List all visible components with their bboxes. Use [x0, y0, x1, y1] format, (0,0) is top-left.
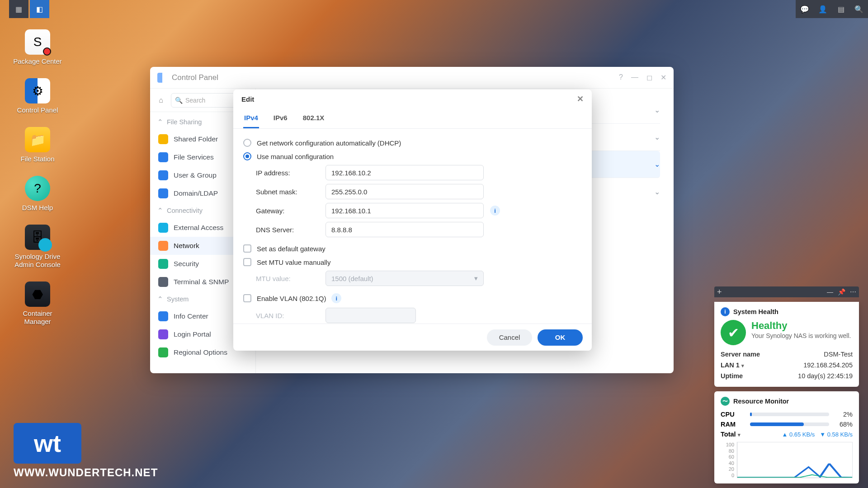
window-title: Control Panel [172, 73, 218, 82]
health-subtext: Your Synology NAS is working well. [751, 332, 851, 340]
radio-manual[interactable] [243, 152, 251, 160]
window-minimize-icon[interactable]: — [631, 73, 638, 82]
widget-pin-icon[interactable]: 📌 [838, 288, 845, 296]
taskbar-apps-button[interactable]: ▦ [9, 0, 28, 18]
edit-modal: Edit ✕ IPv4IPv6802.1X Get network config… [233, 89, 592, 351]
chevron-down-icon[interactable]: ⌄ [654, 106, 660, 114]
ram-bar [750, 422, 829, 426]
ip-input[interactable] [326, 165, 484, 180]
control-panel-icon: ⚙ [25, 78, 50, 103]
checkbox-mtu-manual[interactable] [243, 258, 251, 266]
file-services-icon [158, 152, 168, 162]
window-close-icon[interactable]: ✕ [660, 73, 666, 82]
sidebar-item-label: Terminal & SNMP [174, 278, 229, 286]
search-icon: 🔍 [175, 97, 183, 104]
cpu-value: 2% [834, 411, 853, 418]
info-icon[interactable]: i [490, 206, 500, 216]
tab-ipv6[interactable]: IPv6 [273, 108, 288, 128]
window-maximize-icon[interactable]: ◻ [646, 73, 652, 82]
shared-folder-icon [158, 134, 168, 144]
monitor-icon: 〜 [721, 397, 730, 406]
dsm-help-icon: ? [25, 176, 50, 201]
widget-minimize-icon[interactable]: — [827, 288, 833, 296]
taskbar-dashboard-button[interactable]: ◧ [30, 0, 49, 18]
cancel-button[interactable]: Cancel [487, 329, 532, 346]
info-center-icon [158, 311, 168, 321]
desktop-icon-label: Container Manager [13, 310, 62, 326]
mask-input[interactable] [326, 184, 484, 199]
search-placeholder: Search [185, 97, 205, 104]
upload-value: ▲ 0.65 KB/s [782, 431, 815, 438]
window-help-icon[interactable]: ? [619, 73, 623, 82]
widget-add-icon[interactable]: + [717, 287, 722, 297]
taskbar-chat-icon[interactable]: 💬 [796, 0, 814, 18]
checkbox-vlan[interactable] [243, 294, 251, 302]
info-icon[interactable]: i [331, 293, 341, 303]
external-access-icon [158, 223, 168, 233]
desktop-icon-dsm-help[interactable]: ? DSM Help [13, 176, 62, 212]
health-status: Healthy [751, 320, 851, 332]
radio-dhcp-label: Get network configuration automatically … [257, 139, 401, 147]
ok-button[interactable]: OK [538, 329, 583, 346]
synology-drive-icon: 🗄 [25, 225, 50, 250]
desktop-icon-container-manager[interactable]: ⬣ Container Manager [13, 282, 62, 326]
info-icon: i [721, 307, 730, 316]
desktop-icon-control-panel[interactable]: ⚙ Control Panel [13, 78, 62, 114]
ip-label: IP address: [256, 169, 319, 177]
ram-value: 68% [834, 421, 853, 428]
desktop-icon-package-center[interactable]: S Package Center [13, 29, 62, 66]
sidebar-item-label: User & Group [174, 171, 217, 179]
checkbox-default-gateway[interactable] [243, 244, 251, 253]
user-group-icon [158, 170, 168, 180]
sidebar-item-label: Security [174, 260, 199, 268]
sidebar-item-label: Info Center [174, 312, 208, 320]
tab-8021x[interactable]: 802.1X [302, 108, 326, 128]
sidebar-item-label: File Services [174, 153, 214, 161]
desktop-icon-label: Control Panel [17, 106, 58, 114]
chevron-down-icon[interactable]: ⌄ [654, 188, 660, 196]
chevron-icon: ⌃ [157, 207, 163, 214]
widget-menu-icon[interactable]: ⋯ [850, 288, 856, 296]
sidebar-item-label: Network [174, 242, 199, 250]
vlan-id-input [326, 308, 416, 323]
dns-input[interactable] [326, 222, 484, 237]
taskbar-user-icon[interactable]: 👤 [814, 0, 832, 18]
cpu-label: CPU [721, 411, 745, 418]
mask-label: Subnet mask: [256, 188, 319, 196]
security-icon [158, 259, 168, 269]
checkbox-vlan-label: Enable VLAN (802.1Q) [257, 295, 326, 302]
vlan-id-label: VLAN ID: [256, 312, 319, 319]
desktop-icon-label: File Station [20, 155, 54, 163]
sidebar-item-label: Domain/LDAP [174, 189, 218, 197]
close-icon[interactable]: ✕ [577, 94, 584, 104]
desktop-icon-file-station[interactable]: 📁 File Station [13, 127, 62, 163]
gateway-input[interactable] [326, 203, 484, 218]
package-center-icon: S [25, 29, 50, 55]
chevron-icon: ⌃ [157, 296, 163, 303]
widget-bar: + — 📌 ⋯ [714, 286, 859, 297]
widget-title: System Health [733, 308, 778, 315]
checkbox-default-gateway-label: Set as default gateway [257, 245, 326, 253]
tab-ipv4[interactable]: IPv4 [243, 108, 259, 128]
gateway-label: Gateway: [256, 207, 319, 215]
radio-dhcp[interactable] [243, 139, 251, 147]
desktop-icon-label: DSM Help [22, 204, 53, 212]
sidebar-item-label: Shared Folder [174, 135, 218, 143]
download-value: ▼ 0.58 KB/s [820, 431, 853, 438]
watermark-logo: wt [14, 423, 81, 464]
taskbar-widgets-icon[interactable]: ▤ [832, 0, 850, 18]
desktop-icon-synology-drive[interactable]: 🗄 Synology Drive Admin Console [13, 225, 62, 269]
taskbar-search-icon[interactable]: 🔍 [850, 0, 868, 18]
home-icon[interactable]: ⌂ [155, 94, 167, 107]
sidebar-item-label: Regional Options [174, 348, 227, 357]
network-chart [737, 442, 853, 478]
control-panel-icon [157, 73, 167, 83]
health-row: LAN 1▾ 192.168.254.205 [721, 360, 853, 371]
cpu-bar [750, 413, 829, 416]
watermark: wt WWW.WUNDERTECH.NET [14, 423, 158, 479]
chevron-down-icon[interactable]: ⌄ [654, 160, 660, 169]
chevron-icon: ⌃ [157, 118, 163, 126]
chevron-down-icon[interactable]: ⌄ [654, 133, 660, 141]
network-icon [158, 241, 168, 251]
ram-label: RAM [721, 421, 745, 428]
